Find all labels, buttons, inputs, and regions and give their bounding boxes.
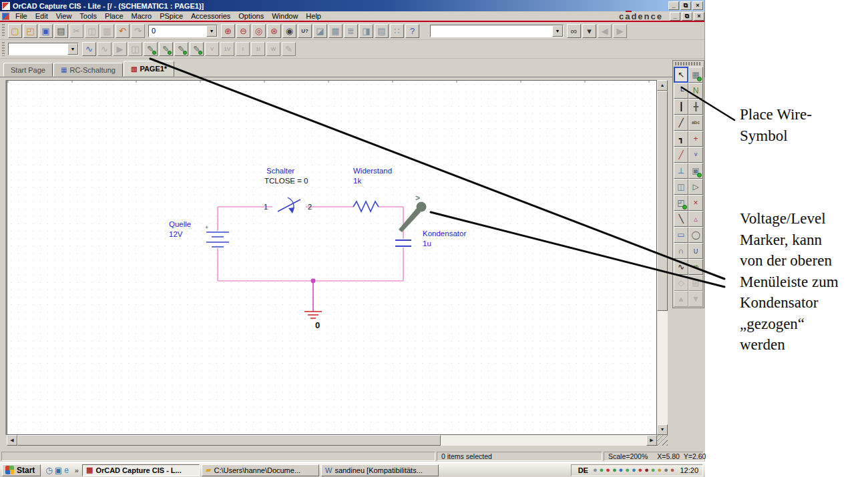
copy-button[interactable]: ◫ [85,24,99,38]
undo-button[interactable]: ↶ [116,24,130,38]
resistor-value-label[interactable]: 1k [353,177,361,185]
design-rules-check-button[interactable]: ▦ [329,24,343,38]
tab-page1[interactable]: ▧ PAGE1* [124,61,174,77]
tray-volume-icon[interactable]: ● [670,466,675,474]
back-page-button[interactable]: ◀ [598,24,612,38]
search-options-button[interactable]: ▾ [582,24,596,38]
forward-page-button[interactable]: ▶ [613,24,627,38]
schematic-drawing[interactable]: + 1 2 0 [7,81,656,434]
place-off-page-connector-button[interactable]: ◰ [674,195,688,211]
quick-launch-clock-icon[interactable]: ◷ [45,466,52,475]
menu-view[interactable]: View [52,12,76,20]
paste-button[interactable]: ▥ [100,24,114,38]
menu-pspice[interactable]: PSpice [156,12,187,20]
toggle-bias-voltage-button[interactable]: 1V [220,42,234,56]
title-bar[interactable]: OrCAD Capture CIS - Lite - [/ - (SCHEMAT… [0,0,704,11]
zoom-area-button[interactable]: ◎ [252,24,266,38]
current-marker-button[interactable]: ✎ [174,42,188,56]
fisheye-view-button[interactable]: ◉ [282,24,296,38]
annotate-button[interactable]: U? [298,24,312,38]
marker-list-button[interactable]: ✎ [282,42,296,56]
voltage-level-marker-button[interactable]: ✎ [144,42,158,56]
toolbar-grip[interactable] [2,42,5,56]
place-arc-button[interactable]: ∩ [674,243,688,259]
clock[interactable]: 12:20 [676,466,698,474]
toolbar-grip[interactable] [2,24,5,37]
horizontal-scroll-thumb[interactable] [17,435,441,446]
menu-file[interactable]: File [11,12,31,20]
place-hierarchical-pin-button[interactable]: ▷ [688,179,703,195]
place-wire-button[interactable]: └ [674,83,688,99]
switch-symbol[interactable] [278,197,300,213]
place-part-button[interactable]: ▦ [688,67,703,83]
restore-button[interactable]: ⧉ [682,12,692,21]
vertical-scrollbar[interactable]: ▲ ▼ [657,80,668,435]
zoom-in-button[interactable]: ⊕ [221,24,235,38]
language-indicator[interactable]: DE [576,466,591,474]
voltage-source-symbol[interactable] [206,232,229,247]
menu-help[interactable]: Help [302,12,325,20]
place-bus-button[interactable]: ┃ [674,99,688,115]
restore-button[interactable]: ⧉ [680,1,691,10]
view-simulation-results-button[interactable]: ◫ [128,42,142,56]
tray-shield-icon[interactable]: ● [612,466,617,474]
menu-options[interactable]: Options [234,12,268,20]
new-document-button[interactable]: ▢ [8,24,22,38]
place-bezier-button[interactable]: ∿ [674,259,688,275]
menu-edit[interactable]: Edit [31,12,52,20]
capacitor-name-label[interactable]: Kondensator [423,229,466,237]
palette-grip[interactable] [675,62,702,65]
resistor-name-label[interactable]: Widerstand [353,167,392,175]
minimize-button[interactable]: _ [668,1,679,10]
open-document-button[interactable]: ◰ [23,24,37,38]
taskbar-button-explorer[interactable]: ▰ C:\Users\hanne\Docume... [202,464,319,476]
create-netlist-button[interactable]: ≣ [344,24,358,38]
place-power-button[interactable]: ┓ [674,131,688,147]
menu-tools[interactable]: Tools [75,12,101,20]
tray-app-icon[interactable]: ● [644,466,649,474]
menu-macro[interactable]: Macro [128,12,156,20]
place-power-cross-button[interactable]: + [688,131,703,147]
place-line-tool-button[interactable]: ╱ [674,147,688,163]
place-hierarchical-port-button[interactable]: ◫ [674,179,688,195]
cross-reference-button[interactable]: ◨ [359,24,373,38]
ground-symbol[interactable] [304,312,322,318]
scroll-up-button[interactable]: ▲ [657,80,668,91]
select-tool-button[interactable]: ↖ [674,67,688,83]
power-dissipation-marker-button[interactable]: ✎ [190,42,204,56]
cut-button[interactable]: ✂ [69,24,83,38]
enable-bias-power-button[interactable]: W [266,42,280,56]
tab-rc-schaltung[interactable]: ▦ RC-Schaltung [53,63,123,77]
place-junction-button[interactable]: ╋ [688,99,703,115]
place-no-connect-button[interactable]: × [688,195,703,211]
resistor-symbol[interactable] [353,201,379,211]
capacitor-symbol[interactable] [395,240,411,246]
menu-accessories[interactable]: Accessories [187,12,234,20]
redo-button[interactable]: ↷ [131,24,145,38]
source-value-label[interactable]: 12V [169,230,183,238]
place-hierarchical-block-button[interactable]: ▣ [688,163,703,179]
place-picture-button[interactable]: ▤ [688,275,703,291]
place-ieee-symbol-button[interactable]: ◇ [674,275,688,291]
place-vcc-button[interactable]: V [688,147,703,163]
schematic-canvas[interactable]: + 1 2 0 [7,80,657,435]
save-document-button[interactable]: ▣ [39,24,53,38]
place-net-group-button[interactable]: abc [688,115,703,131]
scroll-right-button[interactable]: ▶ [646,435,657,446]
tray-power-icon[interactable]: ● [658,466,662,474]
search-dropdown-button[interactable]: ▼ [552,25,563,37]
tray-alert-icon[interactable]: ● [638,466,643,474]
print-button[interactable]: ▤ [54,24,68,38]
enable-bias-current-button[interactable]: I [236,42,250,56]
place-ground-button[interactable]: ⊥ [674,163,688,179]
tray-usb-icon[interactable]: ● [600,466,604,474]
circuit-wires[interactable] [218,207,403,281]
close-button[interactable]: × [692,1,703,10]
part-reference-combo[interactable]: 0 ▼ [148,25,218,37]
resize-grip[interactable] [657,435,668,446]
simulation-profile-combo[interactable]: ▼ [8,43,79,55]
tray-update-icon[interactable]: ● [593,466,598,474]
snap-to-grid-button[interactable]: ∷ [390,24,404,38]
place-polyline-button[interactable]: ▵ [688,211,703,227]
horizontal-scrollbar[interactable]: ◀ ▶ [7,435,657,446]
